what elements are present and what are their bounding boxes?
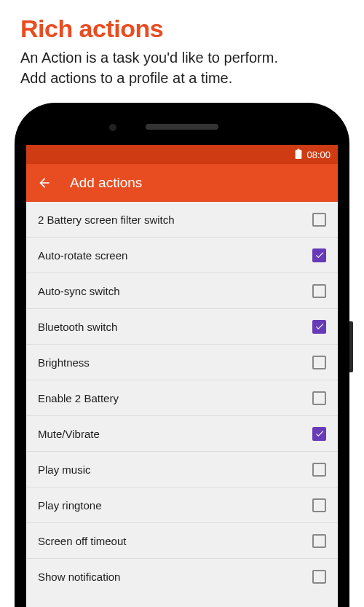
list-item[interactable]: Enable 2 Battery (26, 380, 338, 416)
status-time: 08:00 (306, 149, 331, 160)
checkbox[interactable] (312, 213, 326, 227)
phone-speaker (146, 124, 218, 130)
list-item[interactable]: Mute/Vibrate (26, 416, 338, 452)
list-item[interactable]: Bluetooth switch (26, 309, 338, 345)
phone-mockup: 08:00 Add actions 2 Battery screen filte… (15, 103, 349, 607)
checkbox[interactable] (312, 498, 326, 512)
actions-list: 2 Battery screen filter switchAuto-rotat… (26, 202, 338, 607)
item-label: Auto-sync switch (38, 285, 120, 297)
checkbox[interactable] (312, 427, 326, 441)
item-label: Auto-rotate screen (38, 249, 127, 262)
list-item[interactable]: Play ringtone (26, 487, 338, 523)
list-item[interactable]: Auto-sync switch (26, 273, 338, 309)
item-label: Bluetooth switch (38, 321, 117, 333)
battery-icon (295, 149, 302, 161)
list-item[interactable]: Brightness (26, 345, 338, 380)
item-label: Brightness (38, 356, 90, 369)
list-item[interactable]: Play music (26, 452, 338, 487)
phone-body: 08:00 Add actions 2 Battery screen filte… (15, 103, 349, 607)
item-label: Enable 2 Battery (38, 392, 119, 404)
item-label: Play music (38, 463, 91, 476)
back-arrow-icon[interactable] (36, 175, 52, 191)
screen: 08:00 Add actions 2 Battery screen filte… (26, 145, 338, 607)
checkbox[interactable] (312, 570, 326, 584)
checkbox[interactable] (312, 284, 326, 298)
subtitle-line-2: Add actions to a profile at a time. (20, 70, 232, 86)
checkbox[interactable] (312, 534, 326, 548)
checkbox[interactable] (312, 463, 326, 477)
list-item[interactable]: Show notification (26, 559, 338, 595)
list-item[interactable]: Auto-rotate screen (26, 238, 338, 273)
list-item[interactable]: 2 Battery screen filter switch (26, 202, 338, 238)
page-subtitle: An Action is a task you'd like to perfor… (20, 47, 344, 88)
list-item[interactable]: Screen off timeout (26, 523, 338, 559)
phone-sensor (109, 124, 116, 131)
phone-power-button (349, 321, 353, 372)
subtitle-line-1: An Action is a task you'd like to perfor… (20, 50, 278, 66)
checkbox[interactable] (312, 248, 326, 262)
status-bar: 08:00 (26, 145, 338, 164)
app-bar-title: Add actions (70, 175, 142, 191)
item-label: Mute/Vibrate (38, 428, 100, 440)
checkbox[interactable] (312, 320, 326, 334)
app-bar: Add actions (26, 164, 338, 202)
checkbox[interactable] (312, 356, 326, 369)
page-title: Rich actions (20, 15, 344, 43)
item-label: 2 Battery screen filter switch (38, 214, 175, 226)
checkbox[interactable] (312, 391, 326, 405)
item-label: Show notification (38, 571, 120, 583)
item-label: Play ringtone (38, 499, 102, 512)
page-header: Rich actions An Action is a task you'd l… (0, 0, 364, 95)
item-label: Screen off timeout (38, 535, 126, 547)
